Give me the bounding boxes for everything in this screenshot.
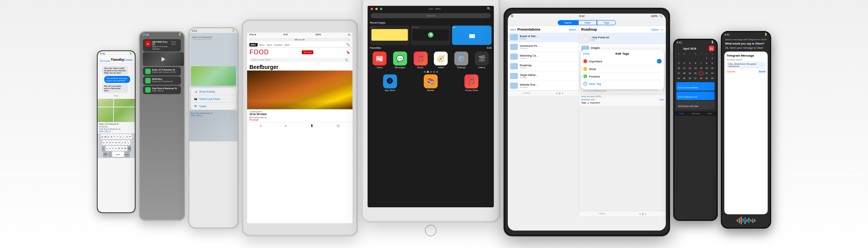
bbc-all-food-btn[interactable]: All Food [302, 50, 313, 54]
key-x[interactable]: X [109, 146, 112, 151]
bbc-share-icon[interactable]: ⬆ [310, 124, 313, 128]
app-appstore[interactable]: 🅐 App Store [380, 74, 400, 91]
key-b[interactable]: B [118, 146, 121, 151]
app-videos[interactable]: 🎬 Videos [472, 52, 492, 69]
messages-details[interactable]: Details [124, 59, 132, 61]
day-26[interactable]: 26 [688, 76, 692, 81]
day-13[interactable]: 13 [693, 66, 698, 71]
edit-label[interactable]: Edit [487, 46, 492, 49]
app-settings[interactable]: ⚙️ Settings [452, 52, 471, 69]
telegram-cancel-btn[interactable]: Cancel [727, 70, 735, 73]
bbc-forward-icon[interactable]: › [285, 124, 286, 128]
day-19[interactable]: 19 [688, 71, 692, 76]
key-v[interactable]: V [115, 146, 118, 151]
bbc-search-icon[interactable]: 🔍 [346, 43, 350, 46]
select-label-3[interactable]: Select [651, 28, 658, 31]
cal-tab-calendars[interactable]: Calendars [691, 112, 700, 115]
day-1[interactable]: 1 [704, 56, 709, 60]
file-keypoints[interactable]: ● Key Points.txt 4 KB [579, 33, 666, 44]
files-tab-tags[interactable]: Tags [597, 20, 616, 25]
folder-board[interactable]: Board of Dire… 6 items [508, 33, 579, 42]
cal-forward-btn[interactable]: › [702, 47, 703, 50]
day-11[interactable]: 11 [682, 66, 687, 71]
key-backspace[interactable]: ⌫ [127, 146, 131, 151]
day-20[interactable]: 20 [693, 71, 698, 76]
key-r[interactable]: R [110, 134, 113, 140]
key-t[interactable]: T [113, 134, 116, 140]
key-l[interactable]: L [127, 140, 130, 145]
bbc-search-area[interactable]: Quick recipe finder 🔍 [249, 58, 350, 62]
maximize-dot[interactable] [380, 8, 382, 10]
notif-maps-1[interactable]: Eotia, 47 E Houston St Dinner with James… [143, 67, 181, 76]
ipad-home-button[interactable] [425, 225, 437, 236]
key-j[interactable]: J [121, 140, 124, 145]
day-18[interactable]: 18 [682, 71, 687, 76]
folder-target[interactable]: Target Marke… 8 items [508, 71, 579, 81]
select-label-2[interactable]: Select [569, 28, 576, 31]
appswitcher-search[interactable]: Search [371, 13, 491, 18]
day-24[interactable]: 24 [676, 76, 681, 81]
day-27[interactable]: 27 [693, 76, 698, 81]
key-e[interactable]: E [107, 134, 110, 140]
cal-tab-today[interactable]: Today [679, 112, 684, 115]
ipad-large-search[interactable]: 🔍 [487, 7, 491, 10]
ctx-tweet-last-photo[interactable]: 📷 Tweet Last Photo [191, 95, 236, 103]
key-u[interactable]: U [120, 134, 122, 140]
files-search-icon[interactable]: 🔍 [659, 15, 663, 18]
cal-tab-inbox[interactable]: Inbox [707, 112, 712, 115]
app-messages[interactable]: 💬 Messages [390, 52, 410, 69]
key-c[interactable]: C [112, 146, 115, 151]
bbc-bookmark-icon[interactable]: 🔖 [346, 51, 350, 54]
day-10[interactable]: 10 [676, 66, 681, 71]
folder-invest[interactable]: Investment Pit… 24 items [508, 42, 579, 52]
tag-important[interactable]: Important ✓ [583, 57, 662, 65]
day-9[interactable]: 9 [710, 61, 715, 65]
bbc-bookmark-btn[interactable]: □ [337, 124, 339, 128]
app-music[interactable]: 🎵 Music [411, 52, 430, 69]
key-i[interactable]: I [123, 134, 125, 140]
bbc-nav-more[interactable]: More [285, 44, 290, 46]
day-16[interactable]: 16 [710, 66, 715, 71]
key-shift[interactable]: ⇧ [101, 146, 105, 151]
key-y[interactable]: Y [117, 134, 119, 140]
ipad-refresh[interactable]: ↻ [348, 33, 350, 36]
key-m[interactable]: M [124, 146, 127, 151]
tag-finance[interactable]: Finance [583, 73, 662, 80]
bbc-nav-news[interactable]: News [259, 44, 265, 46]
key-s[interactable]: S [106, 140, 108, 145]
day-17[interactable]: 17 [676, 71, 681, 76]
notif-maps-2[interactable]: M103 Bus Bowery & N Houston St [143, 76, 181, 85]
day-30[interactable]: 30 [710, 76, 715, 81]
ctx-tweet[interactable]: 🐦 Tweet [191, 103, 236, 110]
app-safari[interactable]: 🧭 Safari [431, 52, 450, 69]
messages-back[interactable]: ‹ Messages [100, 57, 111, 62]
select-label-1[interactable]: elect [510, 28, 516, 31]
day-8[interactable]: 8 [704, 61, 709, 65]
day-3[interactable]: 3 [676, 61, 681, 65]
key-w[interactable]: W [104, 134, 107, 140]
day-23[interactable]: 23 [710, 71, 715, 76]
day-6[interactable]: 6 [693, 61, 698, 65]
key-d[interactable]: D [109, 140, 112, 145]
notif-show-more[interactable]: Show More [171, 41, 179, 45]
telegram-send-btn[interactable]: Send [759, 70, 765, 73]
key-f[interactable]: F [112, 140, 115, 145]
day-12[interactable]: 12 [688, 66, 692, 71]
recent-mail[interactable]: Mail ✉️ [452, 26, 492, 45]
key-h[interactable]: H [118, 140, 121, 145]
key-num[interactable]: 123 [103, 152, 108, 157]
day-5[interactable]: 5 [688, 61, 692, 65]
day-14[interactable]: 14 [699, 66, 703, 71]
files-tab-date[interactable]: Date [578, 20, 597, 25]
bbc-url-bar[interactable]: bbc.co.uk [249, 38, 351, 41]
notif-maps-3[interactable]: Park Row & Beekman St Walk: 240 yd [143, 86, 181, 94]
ctx-show-activity[interactable]: 📊 Show Activity [191, 88, 236, 95]
close-dot[interactable] [371, 8, 373, 10]
day-4[interactable]: 4 [682, 61, 687, 65]
bbc-nav-weather[interactable]: Weather [274, 44, 282, 46]
day-15[interactable]: 15 [704, 66, 709, 71]
key-q[interactable]: Q [101, 134, 104, 140]
app-news[interactable]: 📰 News [370, 52, 389, 69]
key-space[interactable]: space [112, 152, 124, 157]
cal-event-1[interactable]: 10:00 Architect Meeting [676, 82, 715, 91]
